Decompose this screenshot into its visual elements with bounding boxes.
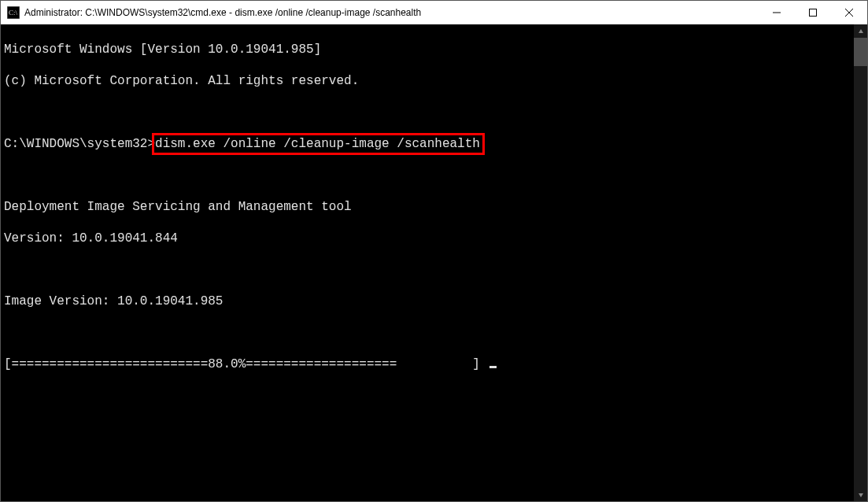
cursor: [489, 366, 497, 368]
blank-line: [4, 105, 851, 120]
window-body: Microsoft Windows [Version 10.0.19041.98…: [1, 24, 867, 501]
prompt-line: C:\WINDOWS\system32>dism.exe /online /cl…: [4, 136, 851, 152]
progress-text: [==========================88.0%========…: [4, 357, 488, 371]
svg-marker-6: [859, 29, 863, 33]
scrollbar-track[interactable]: [854, 38, 867, 488]
svg-marker-7: [859, 493, 863, 497]
progress-line: [==========================88.0%========…: [4, 356, 851, 372]
scrollbar-thumb[interactable]: [854, 38, 867, 66]
scroll-down-button[interactable]: [854, 488, 867, 501]
tool-line: Deployment Image Servicing and Managemen…: [4, 199, 851, 215]
tool-line: Version: 10.0.19041.844: [4, 231, 851, 246]
command-text: dism.exe /online /cleanup-image /scanhea…: [155, 137, 480, 151]
scroll-up-button[interactable]: [854, 24, 867, 38]
maximize-button[interactable]: [795, 1, 831, 24]
close-button[interactable]: [831, 1, 867, 24]
svg-text:C:\: C:\: [9, 9, 18, 17]
blank-line: [4, 325, 851, 341]
minimize-button[interactable]: [759, 1, 795, 24]
svg-rect-3: [810, 9, 817, 17]
banner-line: Microsoft Windows [Version 10.0.19041.98…: [4, 42, 851, 57]
image-version-line: Image Version: 10.0.19041.985: [4, 293, 851, 309]
blank-line: [4, 168, 851, 183]
cmd-icon: C:\: [7, 6, 20, 19]
cmd-window: C:\ Administrator: C:\WINDOWS\system32\c…: [0, 0, 868, 502]
prompt-prefix: C:\WINDOWS\system32>: [4, 137, 155, 151]
terminal-output[interactable]: Microsoft Windows [Version 10.0.19041.98…: [1, 24, 854, 501]
banner-line: (c) Microsoft Corporation. All rights re…: [4, 73, 851, 89]
highlighted-command: dism.exe /online /cleanup-image /scanhea…: [152, 133, 485, 155]
blank-line: [4, 262, 851, 278]
window-title: Administrator: C:\WINDOWS\system32\cmd.e…: [24, 7, 759, 18]
window-controls: [759, 1, 867, 24]
titlebar[interactable]: C:\ Administrator: C:\WINDOWS\system32\c…: [1, 1, 867, 24]
vertical-scrollbar[interactable]: [854, 24, 867, 501]
